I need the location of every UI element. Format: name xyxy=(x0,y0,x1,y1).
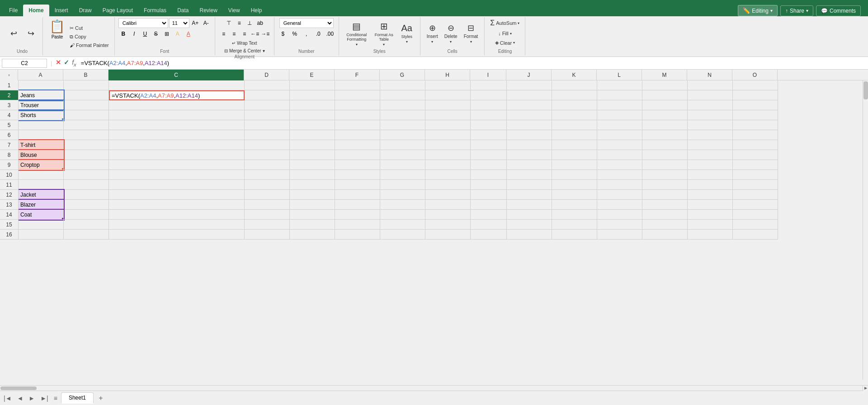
cell-j2[interactable] xyxy=(507,90,552,100)
align-center-button[interactable]: ≡ xyxy=(229,29,239,39)
cell-j7[interactable] xyxy=(507,140,552,150)
row-header-1[interactable]: 1 xyxy=(0,80,18,90)
cell-n7[interactable] xyxy=(688,140,733,150)
cell-m16[interactable] xyxy=(642,230,688,240)
wrap-text-button[interactable]: ↵ Wrap Text xyxy=(230,40,259,47)
tab-view[interactable]: View xyxy=(223,5,245,16)
col-header-j[interactable]: J xyxy=(506,70,552,80)
cell-g10[interactable] xyxy=(380,170,425,180)
cell-b3[interactable] xyxy=(64,100,109,110)
cell-g9[interactable] xyxy=(380,160,425,170)
cell-a10[interactable] xyxy=(19,170,64,180)
cell-d2[interactable] xyxy=(245,90,290,100)
cell-k12[interactable] xyxy=(552,190,597,200)
cell-i15[interactable] xyxy=(471,220,507,230)
formula-input[interactable]: =VSTACK(A2:A4,A7:A9,A12:A14) xyxy=(78,59,866,67)
cell-i1[interactable] xyxy=(471,80,507,90)
cell-b8[interactable] xyxy=(64,150,109,160)
cell-g1[interactable] xyxy=(380,80,425,90)
cell-k4[interactable] xyxy=(552,110,597,120)
cell-j14[interactable] xyxy=(507,210,552,220)
cell-c16[interactable] xyxy=(109,230,245,240)
cell-a2[interactable]: Jeans xyxy=(19,90,64,100)
cell-d12[interactable] xyxy=(245,190,290,200)
cell-c9[interactable] xyxy=(109,160,245,170)
insert-function-icon[interactable]: fx xyxy=(72,59,76,67)
cell-j5[interactable] xyxy=(507,120,552,130)
fill-color-button[interactable]: A xyxy=(173,29,183,39)
cell-a8[interactable]: Blouse xyxy=(19,150,64,160)
cell-i6[interactable] xyxy=(471,130,507,140)
cell-e13[interactable] xyxy=(290,200,335,210)
share-button[interactable]: ↑ Share ▾ xyxy=(780,5,813,16)
tab-draw[interactable]: Draw xyxy=(74,5,97,16)
sum-button[interactable]: Σ AutoSum ▾ xyxy=(488,18,521,28)
cell-g12[interactable] xyxy=(380,190,425,200)
scroll-thumb-vertical[interactable] xyxy=(863,81,868,99)
cell-i16[interactable] xyxy=(471,230,507,240)
select-all-button[interactable]: ▾ xyxy=(0,70,18,80)
cell-c2[interactable]: =VSTACK(A2:A4,A7:A9,A12:A14) xyxy=(109,90,245,100)
cell-d5[interactable] xyxy=(245,120,290,130)
align-middle-button[interactable]: ≡ xyxy=(234,18,244,28)
cell-f3[interactable] xyxy=(335,100,380,110)
editing-mode-button[interactable]: ✏️ Editing ▾ xyxy=(738,5,778,16)
cell-k13[interactable] xyxy=(552,200,597,210)
indent-increase-button[interactable]: →≡ xyxy=(260,29,270,39)
cell-f6[interactable] xyxy=(335,130,380,140)
cell-e10[interactable] xyxy=(290,170,335,180)
cell-f12[interactable] xyxy=(335,190,380,200)
cell-c8[interactable] xyxy=(109,150,245,160)
cell-i3[interactable] xyxy=(471,100,507,110)
vertical-scrollbar[interactable] xyxy=(863,80,868,380)
cell-k11[interactable] xyxy=(552,180,597,190)
cell-d9[interactable] xyxy=(245,160,290,170)
row-header-3[interactable]: 3 xyxy=(0,100,18,110)
cell-n2[interactable] xyxy=(688,90,733,100)
tab-data[interactable]: Data xyxy=(172,5,194,16)
row-header-10[interactable]: 10 xyxy=(0,170,18,180)
cell-d15[interactable] xyxy=(245,220,290,230)
cell-h3[interactable] xyxy=(425,100,471,110)
align-left-button[interactable]: ≡ xyxy=(219,29,229,39)
cell-n3[interactable] xyxy=(688,100,733,110)
cell-g13[interactable] xyxy=(380,200,425,210)
merge-center-button[interactable]: ⊟ Merge & Center ▾ xyxy=(222,47,267,54)
cell-j11[interactable] xyxy=(507,180,552,190)
tab-help[interactable]: Help xyxy=(245,5,268,16)
nav-last-sheet[interactable]: ►| xyxy=(38,394,50,403)
cell-g8[interactable] xyxy=(380,150,425,160)
cell-i8[interactable] xyxy=(471,150,507,160)
cell-k14[interactable] xyxy=(552,210,597,220)
cell-c3[interactable] xyxy=(109,100,245,110)
col-header-c[interactable]: C xyxy=(108,70,244,80)
cell-styles-button[interactable]: Aa Styles ▾ xyxy=(398,21,416,46)
cell-j8[interactable] xyxy=(507,150,552,160)
cell-e9[interactable] xyxy=(290,160,335,170)
cell-k10[interactable] xyxy=(552,170,597,180)
cell-k9[interactable] xyxy=(552,160,597,170)
horizontal-scrollbar[interactable] xyxy=(0,386,863,391)
cell-o15[interactable] xyxy=(733,220,778,230)
cell-g16[interactable] xyxy=(380,230,425,240)
cell-d13[interactable] xyxy=(245,200,290,210)
cell-c13[interactable] xyxy=(109,200,245,210)
cell-c1[interactable] xyxy=(109,80,245,90)
cell-g14[interactable] xyxy=(380,210,425,220)
cell-m12[interactable] xyxy=(642,190,688,200)
font-color-button[interactable]: A xyxy=(184,29,193,39)
cell-d14[interactable] xyxy=(245,210,290,220)
cell-c5[interactable] xyxy=(109,120,245,130)
cell-k5[interactable] xyxy=(552,120,597,130)
insert-button[interactable]: ⊕ Insert ▾ xyxy=(424,21,441,46)
cell-h16[interactable] xyxy=(425,230,471,240)
cell-d7[interactable] xyxy=(245,140,290,150)
confirm-formula-icon[interactable]: ✓ xyxy=(64,59,69,67)
cell-e16[interactable] xyxy=(290,230,335,240)
cell-h13[interactable] xyxy=(425,200,471,210)
col-header-n[interactable]: N xyxy=(687,70,732,80)
cell-l3[interactable] xyxy=(597,100,642,110)
col-header-l[interactable]: L xyxy=(597,70,642,80)
cell-l5[interactable] xyxy=(597,120,642,130)
cell-a7[interactable]: T-shirt xyxy=(19,140,64,150)
